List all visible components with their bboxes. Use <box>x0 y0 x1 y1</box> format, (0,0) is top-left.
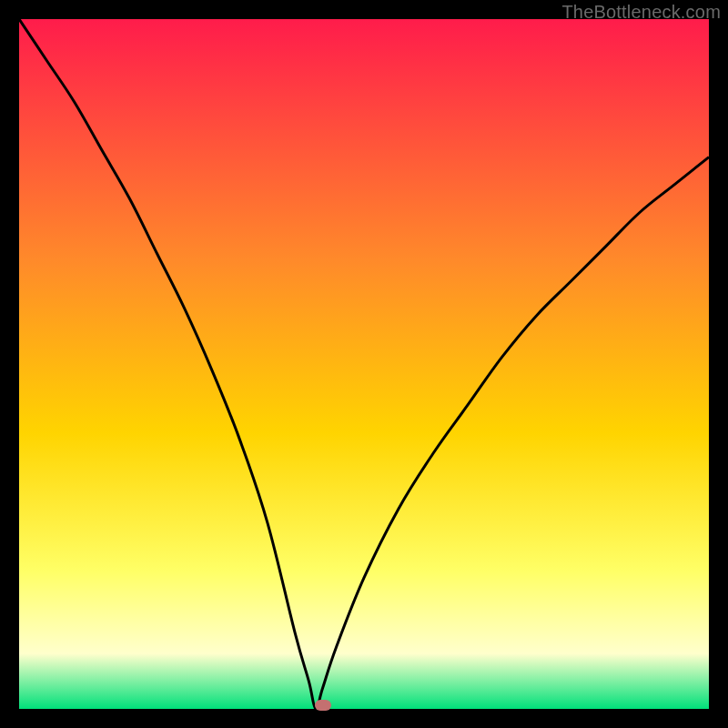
chart-frame <box>19 19 709 709</box>
gradient-background <box>19 19 709 709</box>
optimum-marker <box>315 700 331 711</box>
bottleneck-chart <box>19 19 709 709</box>
watermark-label: TheBottleneck.com <box>561 2 721 23</box>
